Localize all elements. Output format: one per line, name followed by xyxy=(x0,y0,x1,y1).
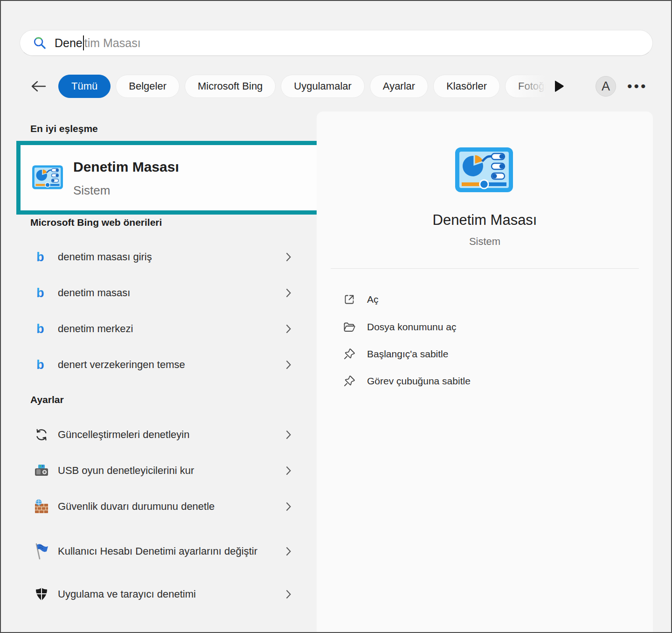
svg-text:b: b xyxy=(36,323,44,335)
action-label: Başlangıç'a sabitle xyxy=(367,348,448,360)
filter-tab-list: Tümü Belgeler Microsoft Bing Uygulamalar… xyxy=(58,74,552,99)
suggestion-label: denetim masası xyxy=(58,285,258,301)
play-triangle-icon xyxy=(553,80,565,93)
preview-subtitle: Sistem xyxy=(317,236,653,248)
search-completion-text: tim Masası xyxy=(84,36,141,50)
section-best-match-title: En iyi eşleşme xyxy=(30,123,98,134)
action-label: Görev çubuğuna sabitle xyxy=(367,376,471,387)
windows-search-panel: Dene tim Masası Tümü Belgeler Microsoft … xyxy=(0,0,672,633)
settings-result-row[interactable]: Güvenlik duvarı durumunu denetle xyxy=(16,494,303,520)
folder-icon xyxy=(343,321,356,333)
action-label: Aç xyxy=(367,294,379,305)
account-avatar[interactable]: A xyxy=(596,76,616,97)
tab-fotograflar[interactable]: Fotoğraflar xyxy=(505,75,552,98)
pin-icon xyxy=(343,348,356,360)
settings-result-label: Uygulama ve tarayıcı denetimi xyxy=(58,586,258,603)
chevron-right-icon xyxy=(285,589,291,599)
more-tabs-button[interactable] xyxy=(553,80,565,93)
game-controller-icon xyxy=(34,464,49,478)
sync-icon xyxy=(34,428,49,442)
suggestion-label: denetim merkezi xyxy=(58,320,258,337)
tab-microsoft-bing[interactable]: Microsoft Bing xyxy=(185,75,276,98)
action-open-file-location[interactable]: Dosya konumunu aç xyxy=(335,317,624,337)
control-panel-icon xyxy=(32,165,63,190)
suggestion-label: denetim masası giriş xyxy=(58,249,258,265)
bing-suggestion-row[interactable]: b denetim merkezi xyxy=(16,316,303,342)
filter-tabs-bar: Tümü Belgeler Microsoft Bing Uygulamalar… xyxy=(1,74,672,99)
search-input[interactable]: Dene tim Masası xyxy=(20,30,653,56)
settings-result-label: Kullanıcı Hesabı Denetimi ayarlarını değ… xyxy=(58,543,258,560)
firewall-icon xyxy=(34,499,49,515)
ellipsis-icon: ••• xyxy=(627,78,648,94)
tab-belgeler[interactable]: Belgeler xyxy=(116,75,180,98)
bing-icon: b xyxy=(34,287,49,299)
chevron-right-icon xyxy=(285,324,291,334)
tab-tumu[interactable]: Tümü xyxy=(58,75,111,98)
settings-result-row[interactable]: USB oyun denetleyicilerini kur xyxy=(16,458,303,484)
section-bing-title: Microsoft Bing web önerileri xyxy=(30,217,162,228)
uac-flag-icon xyxy=(34,543,49,560)
svg-text:b: b xyxy=(36,287,44,299)
control-panel-icon xyxy=(454,146,514,193)
back-arrow-icon xyxy=(30,80,47,92)
chevron-right-icon xyxy=(285,466,291,476)
chevron-right-icon xyxy=(285,360,291,370)
text-caret xyxy=(83,35,84,50)
svg-text:b: b xyxy=(36,251,44,264)
chevron-right-icon xyxy=(285,546,291,556)
settings-result-label: Güncelleştirmeleri denetleyin xyxy=(58,426,258,443)
security-shield-icon xyxy=(34,587,49,601)
search-icon xyxy=(32,35,47,50)
settings-result-label: Güvenlik duvarı durumunu denetle xyxy=(58,498,258,515)
settings-result-row[interactable]: Kullanıcı Hesabı Denetimi ayarlarını değ… xyxy=(16,533,303,570)
back-button[interactable] xyxy=(28,78,48,94)
avatar-letter: A xyxy=(602,79,610,94)
bing-suggestion-row[interactable]: b denert verzekeringen temse xyxy=(16,352,303,378)
bing-suggestion-row[interactable]: b denetim masası giriş xyxy=(16,244,303,270)
bing-icon: b xyxy=(34,359,49,371)
chevron-right-icon xyxy=(285,288,291,298)
divider xyxy=(331,268,639,269)
action-label: Dosya konumunu aç xyxy=(367,321,456,333)
settings-result-row[interactable]: Uygulama ve tarayıcı denetimi xyxy=(16,581,303,607)
chevron-right-icon xyxy=(285,252,291,262)
tab-uygulamalar[interactable]: Uygulamalar xyxy=(281,75,365,98)
settings-result-label: USB oyun denetleyicilerini kur xyxy=(58,462,258,479)
search-typed-text: Dene xyxy=(55,36,83,50)
best-match-title: Denetim Masası xyxy=(73,159,179,175)
pin-icon xyxy=(343,375,356,387)
action-pin-to-taskbar[interactable]: Görev çubuğuna sabitle xyxy=(335,371,624,391)
bing-suggestion-row[interactable]: b denetim masası xyxy=(16,280,303,306)
open-external-icon xyxy=(343,293,356,306)
chevron-right-icon xyxy=(285,430,291,440)
preview-panel: Denetim Masası Sistem Aç Dosya konumunu … xyxy=(317,111,653,633)
best-match-subtitle: Sistem xyxy=(73,183,110,198)
preview-title: Denetim Masası xyxy=(317,212,653,229)
chevron-right-icon xyxy=(285,501,291,512)
action-open[interactable]: Aç xyxy=(335,289,624,310)
best-match-result[interactable]: Denetim Masası Sistem xyxy=(16,141,354,215)
options-menu-button[interactable]: ••• xyxy=(627,77,650,95)
tab-klasorler[interactable]: Klasörler xyxy=(433,75,500,98)
settings-result-row[interactable]: Güncelleştirmeleri denetleyin xyxy=(16,422,303,448)
svg-text:b: b xyxy=(36,359,44,371)
bing-icon: b xyxy=(34,251,49,264)
action-pin-to-start[interactable]: Başlangıç'a sabitle xyxy=(335,344,624,364)
bing-icon: b xyxy=(34,323,49,335)
tab-ayarlar[interactable]: Ayarlar xyxy=(370,75,428,98)
suggestion-label: denert verzekeringen temse xyxy=(58,356,258,373)
section-settings-title: Ayarlar xyxy=(30,394,64,405)
